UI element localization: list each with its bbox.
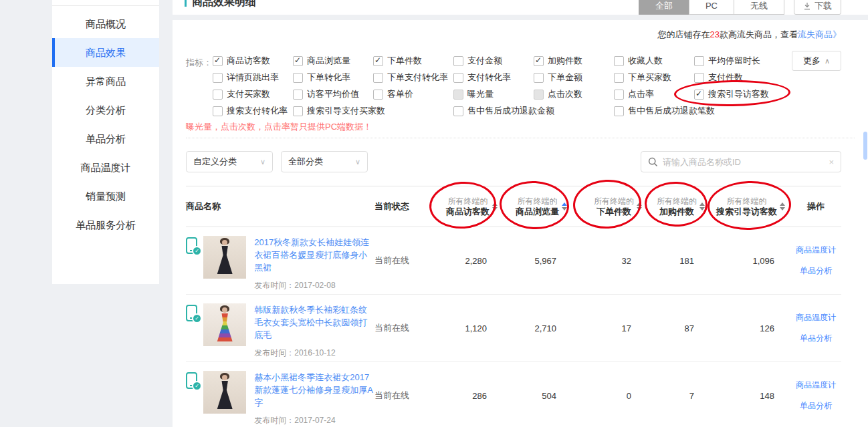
metric-checkbox[interactable]: 收藏人数 <box>614 55 663 67</box>
metrics-row: 搜索支付转化率 搜索引导支付买家数 售中售后成功退款金额 售中售后成功退款笔数 <box>186 105 841 122</box>
checkbox-icon[interactable] <box>453 73 463 83</box>
checkbox-icon[interactable] <box>614 73 624 83</box>
segment-wireless-button[interactable]: 无线 <box>734 0 784 15</box>
metric-checkbox[interactable]: 搜索引导支付买家数 <box>293 105 385 117</box>
sidebar-item-service-analysis[interactable]: 单品服务分析 <box>52 210 159 239</box>
column-header-orders[interactable]: 所有终端的下单件数 <box>572 196 647 217</box>
checkbox-icon[interactable] <box>293 73 303 83</box>
checkbox-icon[interactable] <box>213 90 223 100</box>
sidebar-item-single-item-analysis[interactable]: 单品分析 <box>52 124 159 153</box>
checkbox-icon[interactable] <box>453 106 463 116</box>
product-title-link[interactable]: 赫本小黑裙冬季连衣裙女2017新款蓬蓬七分袖修身显瘦加厚A字 <box>254 371 374 409</box>
segment-all-button[interactable]: 全部 <box>639 0 689 15</box>
metric-checkbox[interactable]: 点击率 <box>614 88 654 100</box>
cart-adds-value: 7 <box>647 391 710 401</box>
checkbox-icon[interactable] <box>373 56 383 66</box>
product-thermometer-link[interactable]: 商品温度计 <box>796 245 836 256</box>
metric-checkbox[interactable]: 平均停留时长 <box>694 55 760 67</box>
product-thumbnail[interactable] <box>203 303 246 346</box>
sidebar-item-abnormal-products[interactable]: 异常商品 <box>52 67 159 96</box>
checkbox-icon[interactable] <box>614 106 624 116</box>
metric-checkbox[interactable]: 支付件数 <box>694 72 743 84</box>
metric-checkbox[interactable]: 下单件数 <box>373 55 422 67</box>
column-header-search-guided-visitors[interactable]: 所有终端的搜索引导访客数 <box>710 196 790 217</box>
checkbox-icon[interactable] <box>614 90 624 100</box>
metric-checkbox[interactable]: 商品访客数 <box>213 55 270 67</box>
metric-checkbox[interactable]: 支付买家数 <box>213 88 270 100</box>
churn-notice: 您的店铺存在23款高流失商品，查看流失商品》 <box>658 29 841 41</box>
more-button[interactable]: 更多 ∧ <box>792 51 841 71</box>
checkbox-icon[interactable] <box>293 90 303 100</box>
sidebar-item-sales-forecast[interactable]: 销量预测 <box>52 182 159 210</box>
product-thumbnail[interactable] <box>203 236 246 279</box>
product-search-box[interactable]: × <box>641 151 841 172</box>
metric-checkbox[interactable]: 下单买家数 <box>614 72 671 84</box>
metric-checkbox[interactable]: 售中售后成功退款金额 <box>453 105 554 117</box>
metric-checkbox[interactable]: 商品浏览量 <box>293 55 350 67</box>
sort-icon[interactable] <box>699 202 705 210</box>
metric-label: 平均停留时长 <box>708 55 760 67</box>
single-item-analysis-link[interactable]: 单品分析 <box>800 333 832 344</box>
metric-checkbox[interactable]: 访客平均价值 <box>293 88 359 100</box>
product-thumbnail[interactable] <box>203 371 246 414</box>
single-item-analysis-link[interactable]: 单品分析 <box>800 265 832 277</box>
sidebar-item-product-overview[interactable]: 商品概况 <box>52 9 159 38</box>
metric-checkbox[interactable]: 详情页跳出率 <box>213 72 279 84</box>
sort-icon[interactable] <box>780 202 785 210</box>
download-button[interactable]: 下载 <box>794 0 841 15</box>
metric-checkbox[interactable]: 加购件数 <box>534 55 582 67</box>
single-item-analysis-link[interactable]: 单品分析 <box>800 400 832 412</box>
column-header-visitors[interactable]: 所有终端的商品访客数 <box>433 196 503 217</box>
metric-checkbox[interactable]: 支付转化率 <box>453 72 511 84</box>
metric-checkbox[interactable]: 曝光量 <box>453 88 494 100</box>
churn-products-link[interactable]: 流失商品》 <box>798 29 841 39</box>
product-thermometer-link[interactable]: 商品温度计 <box>796 312 836 323</box>
checkbox-icon[interactable] <box>694 56 704 66</box>
checkbox-icon[interactable] <box>453 90 463 100</box>
metric-label: 售中售后成功退款金额 <box>467 105 554 117</box>
checkbox-icon[interactable] <box>694 90 704 100</box>
all-category-dropdown[interactable]: 全部分类 ∨ <box>281 151 368 172</box>
clear-search-icon[interactable]: × <box>829 157 834 167</box>
checkbox-icon[interactable] <box>213 106 223 116</box>
metric-checkbox[interactable]: 点击次数 <box>534 88 582 100</box>
product-title-link[interactable]: 韩版新款秋冬季长袖彩虹条纹毛衣女套头宽松中长款圆领打底毛 <box>254 303 374 341</box>
metric-checkbox[interactable]: 下单转化率 <box>293 72 350 84</box>
checkbox-icon[interactable] <box>614 56 624 66</box>
custom-category-dropdown[interactable]: 自定义分类 ∨ <box>186 151 273 172</box>
checkbox-icon[interactable] <box>373 90 383 100</box>
product-thermometer-link[interactable]: 商品温度计 <box>796 380 836 391</box>
sidebar-item-product-effect[interactable]: 商品效果 <box>52 38 159 67</box>
checkbox-icon[interactable] <box>534 90 544 100</box>
checkbox-icon[interactable] <box>213 73 223 83</box>
metric-checkbox[interactable]: 下单金额 <box>534 72 582 84</box>
metric-checkbox[interactable]: 客单价 <box>373 88 413 100</box>
scrollbar-thumb[interactable] <box>863 132 867 160</box>
metric-checkbox-search-guided-visitors[interactable]: 搜索引导访客数 <box>694 88 769 100</box>
checkbox-icon[interactable] <box>453 56 463 66</box>
checkbox-icon[interactable] <box>534 56 544 66</box>
search-input[interactable] <box>663 157 824 167</box>
checkbox-icon[interactable] <box>293 106 303 116</box>
search-guided-visitors-value: 1,096 <box>710 256 790 266</box>
sidebar-item-product-thermometer[interactable]: 商品温度计 <box>52 153 159 182</box>
sort-icon[interactable] <box>492 202 498 210</box>
segment-pc-button[interactable]: PC <box>689 0 734 15</box>
sidebar-item-category-analysis[interactable]: 分类分析 <box>52 96 159 124</box>
checkbox-icon[interactable] <box>694 73 704 83</box>
sort-icon[interactable] <box>637 202 642 210</box>
checkbox-icon[interactable] <box>373 73 383 83</box>
metric-checkbox[interactable]: 支付金额 <box>453 55 502 67</box>
chevron-down-icon: ∨ <box>355 158 360 166</box>
metric-checkbox[interactable]: 搜索支付转化率 <box>213 105 288 117</box>
column-header-pageviews[interactable]: 所有终端的商品浏览量 <box>503 196 572 217</box>
metric-checkbox[interactable]: 售中售后成功退款笔数 <box>614 105 715 117</box>
sort-icon[interactable] <box>562 202 567 210</box>
product-title-link[interactable]: 2017秋冬新款女长袖娃娃领连衣裙百搭名媛显瘦打底修身小黑裙 <box>254 236 374 274</box>
column-header-cart-adds[interactable]: 所有终端的加购件数 <box>647 196 710 217</box>
checkbox-icon[interactable] <box>534 73 544 83</box>
checkbox-icon[interactable] <box>293 56 303 66</box>
metric-label: 下单买家数 <box>628 72 671 84</box>
metric-checkbox[interactable]: 下单支付转化率 <box>373 72 448 84</box>
checkbox-icon[interactable] <box>213 56 223 66</box>
